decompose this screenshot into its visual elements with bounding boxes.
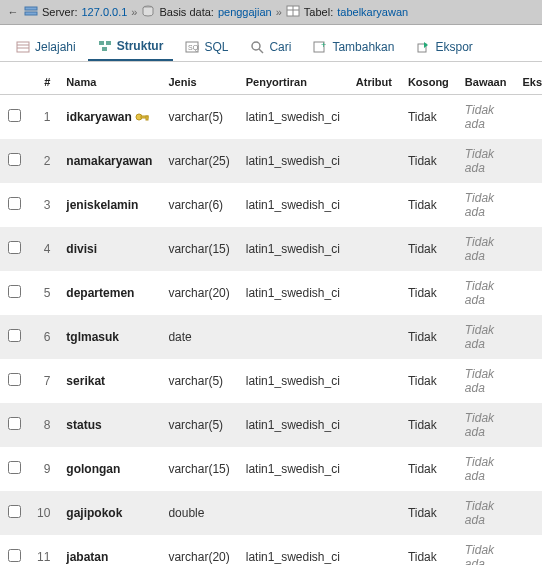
column-null: Tidak (400, 95, 457, 140)
column-null: Tidak (400, 183, 457, 227)
table-row[interactable]: 4divisivarchar(15)latin1_swedish_ciTidak… (0, 227, 542, 271)
row-num: 5 (29, 271, 58, 315)
row-checkbox-cell (0, 95, 29, 140)
row-checkbox[interactable] (8, 549, 21, 562)
row-checkbox[interactable] (8, 417, 21, 430)
svg-rect-9 (99, 41, 104, 45)
row-checkbox-cell (0, 139, 29, 183)
tab-insert-label: Tambahkan (332, 40, 394, 54)
header-penyortiran[interactable]: Penyortiran (238, 70, 348, 95)
tab-structure[interactable]: Struktur (88, 33, 174, 61)
column-type: varchar(25) (160, 139, 237, 183)
back-arrow-icon[interactable]: ← (6, 6, 20, 18)
column-name[interactable]: serikat (58, 359, 160, 403)
table-row[interactable]: 2namakaryawanvarchar(25)latin1_swedish_c… (0, 139, 542, 183)
server-icon (24, 4, 38, 20)
row-num: 1 (29, 95, 58, 140)
column-attribute (348, 359, 400, 403)
row-checkbox[interactable] (8, 285, 21, 298)
tab-insert[interactable]: + Tambahkan (303, 34, 404, 60)
column-name[interactable]: departemen (58, 271, 160, 315)
row-checkbox[interactable] (8, 373, 21, 386)
header-row: # Nama Jenis Penyortiran Atribut Kosong … (0, 70, 542, 95)
table-label: Tabel: (304, 6, 333, 18)
column-type: varchar(20) (160, 535, 237, 565)
table-row[interactable]: 1idkaryawanvarchar(5)latin1_swedish_ciTi… (0, 95, 542, 140)
row-checkbox[interactable] (8, 505, 21, 518)
svg-point-14 (252, 42, 260, 50)
column-null: Tidak (400, 491, 457, 535)
tab-search-label: Cari (269, 40, 291, 54)
column-name[interactable]: status (58, 403, 160, 447)
table-row[interactable]: 8statusvarchar(5)latin1_swedish_ciTidakT… (0, 403, 542, 447)
header-kosong[interactable]: Kosong (400, 70, 457, 95)
column-attribute (348, 95, 400, 140)
column-attribute (348, 183, 400, 227)
column-name[interactable]: tglmasuk (58, 315, 160, 359)
column-collation (238, 491, 348, 535)
column-collation: latin1_swedish_ci (238, 359, 348, 403)
server-link[interactable]: 127.0.0.1 (81, 6, 127, 18)
table-row[interactable]: 7serikatvarchar(5)latin1_swedish_ciTidak… (0, 359, 542, 403)
column-null: Tidak (400, 139, 457, 183)
db-link[interactable]: penggajian (218, 6, 272, 18)
table-row[interactable]: 3jeniskelaminvarchar(6)latin1_swedish_ci… (0, 183, 542, 227)
svg-rect-6 (17, 42, 29, 52)
tab-structure-label: Struktur (117, 39, 164, 53)
tab-export[interactable]: Ekspor (406, 34, 482, 60)
table-link[interactable]: tabelkaryawan (337, 6, 408, 18)
row-checkbox[interactable] (8, 153, 21, 166)
row-checkbox[interactable] (8, 461, 21, 474)
row-checkbox[interactable] (8, 197, 21, 210)
column-extra (514, 315, 542, 359)
row-checkbox[interactable] (8, 241, 21, 254)
header-atribut[interactable]: Atribut (348, 70, 400, 95)
header-nama[interactable]: Nama (58, 70, 160, 95)
column-extra (514, 227, 542, 271)
column-name[interactable]: jabatan (58, 535, 160, 565)
column-extra (514, 95, 542, 140)
column-name[interactable]: jeniskelamin (58, 183, 160, 227)
row-checkbox[interactable] (8, 329, 21, 342)
column-name[interactable]: namakaryawan (58, 139, 160, 183)
table-row[interactable]: 10gajipokokdoubleTidakTidak ada (0, 491, 542, 535)
tab-sql[interactable]: SQL SQL (175, 34, 238, 60)
table-row[interactable]: 5departemenvarchar(20)latin1_swedish_ciT… (0, 271, 542, 315)
svg-text:+: + (321, 40, 326, 50)
column-name[interactable]: gajipokok (58, 491, 160, 535)
column-name[interactable]: golongan (58, 447, 160, 491)
column-name[interactable]: divisi (58, 227, 160, 271)
svg-line-15 (259, 49, 263, 53)
table-row[interactable]: 9golonganvarchar(15)latin1_swedish_ciTid… (0, 447, 542, 491)
row-checkbox[interactable] (8, 109, 21, 122)
column-default: Tidak ada (457, 535, 515, 565)
row-checkbox-cell (0, 227, 29, 271)
column-extra (514, 403, 542, 447)
table-row[interactable]: 11jabatanvarchar(20)latin1_swedish_ciTid… (0, 535, 542, 565)
table-row[interactable]: 6tglmasukdateTidakTidak ada (0, 315, 542, 359)
header-jenis[interactable]: Jenis (160, 70, 237, 95)
insert-icon: + (313, 40, 327, 54)
structure-icon (98, 39, 112, 53)
tab-browse-label: Jelajahi (35, 40, 76, 54)
column-collation: latin1_swedish_ci (238, 447, 348, 491)
column-type: varchar(5) (160, 359, 237, 403)
header-ekstra[interactable]: Ekstr (514, 70, 542, 95)
export-icon (416, 40, 430, 54)
column-collation: latin1_swedish_ci (238, 271, 348, 315)
column-name[interactable]: idkaryawan (58, 95, 160, 140)
svg-rect-11 (102, 47, 107, 51)
row-num: 3 (29, 183, 58, 227)
row-checkbox-cell (0, 447, 29, 491)
tab-browse[interactable]: Jelajahi (6, 34, 86, 60)
row-num: 10 (29, 491, 58, 535)
header-checkbox (0, 70, 29, 95)
header-bawaan[interactable]: Bawaan (457, 70, 515, 95)
tab-search[interactable]: Cari (240, 34, 301, 60)
column-attribute (348, 139, 400, 183)
column-collation: latin1_swedish_ci (238, 227, 348, 271)
header-num[interactable]: # (29, 70, 58, 95)
column-collation: latin1_swedish_ci (238, 183, 348, 227)
column-collation: latin1_swedish_ci (238, 535, 348, 565)
tab-export-label: Ekspor (435, 40, 472, 54)
